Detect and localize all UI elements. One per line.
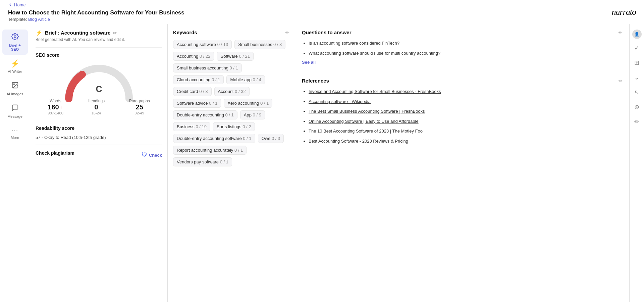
sidebar-item-more[interactable]: ··· More xyxy=(2,123,28,143)
reference-item[interactable]: The Best Small Business Accounting Softw… xyxy=(309,108,623,115)
reference-link[interactable]: The 10 Best Accounting Software of 2023 … xyxy=(309,129,424,134)
reference-link[interactable]: Online Accounting Software | Easy to Use… xyxy=(309,119,419,124)
headings-gauge-label: Headings 0 16-24 xyxy=(88,99,105,115)
keyword-tag: Business 0 / 19 xyxy=(173,122,210,131)
questions-header: Questions to answer ✏ xyxy=(302,30,623,35)
keyword-tag: Xero accounting 0 / 1 xyxy=(224,99,272,108)
keywords-list: Accounting software 0 / 13Small business… xyxy=(173,40,289,166)
check-label: Check xyxy=(149,153,162,158)
svg-text:C: C xyxy=(96,84,102,94)
plagiarism-title: Check plagiarism xyxy=(36,150,74,156)
dots-icon: ··· xyxy=(12,127,18,134)
sidebar-item-ai-images[interactable]: AI Images xyxy=(2,78,28,99)
keyword-tag: App 0 / 9 xyxy=(240,110,265,119)
cursor-icon[interactable]: ↖ xyxy=(632,87,641,98)
readability-value: 57 - Okay to Read (10th-12th grade) xyxy=(36,135,162,140)
sidebar-label-message: Message xyxy=(7,114,22,118)
right-edge: 👤 ✓ ⊞ ⌄ ↖ ⊕ ✏ xyxy=(629,24,644,302)
keyword-tag: Accounting 0 / 22 xyxy=(173,52,214,61)
headings-value: 0 xyxy=(88,103,105,111)
words-label: Words xyxy=(48,99,63,103)
reference-link[interactable]: Accounting software - Wikipedia xyxy=(309,99,371,104)
keyword-tag: Owe 0 / 3 xyxy=(258,134,284,143)
keyword-tag: Cloud accounting 0 / 1 xyxy=(173,75,224,84)
keyword-tag: Double-entry accounting 0 / 1 xyxy=(173,110,237,119)
question-item: What accounting software should I use fo… xyxy=(309,50,623,57)
brief-title: Brief : Accounting software xyxy=(45,30,110,36)
checkmark-icon[interactable]: ✓ xyxy=(632,42,641,54)
chevron-down-icon[interactable]: ⌄ xyxy=(632,72,641,83)
keyword-tag: Credit card 0 / 3 xyxy=(173,87,212,96)
lightning-icon: ⚡ xyxy=(10,59,19,68)
reference-link[interactable]: The Best Small Business Accounting Softw… xyxy=(309,109,425,114)
keyword-tag: Double-entry accounting software 0 / 1 xyxy=(173,134,255,143)
sidebar-label-ai-writer: AI Writer xyxy=(8,69,22,73)
brief-edit-icon[interactable]: ✏ xyxy=(113,30,117,36)
readability-section: Readability score 57 - Okay to Read (10t… xyxy=(36,125,162,140)
brief-panel: ⚡ Brief : Accounting software ✏ Brief ge… xyxy=(30,24,168,302)
brief-header: ⚡ Brief : Accounting software ✏ xyxy=(36,30,162,36)
reference-link[interactable]: Invoice and Accounting Software for Smal… xyxy=(309,89,441,94)
sidebar-label-more: More xyxy=(11,136,19,140)
top-header: Home How to Choose the Right Accounting … xyxy=(0,0,644,24)
keyword-tag: Software 0 / 21 xyxy=(217,52,253,61)
words-range: 987-1480 xyxy=(48,111,63,115)
svg-point-0 xyxy=(14,36,16,38)
references-list: Invoice and Accounting Software for Smal… xyxy=(302,88,623,144)
headings-range: 16-24 xyxy=(88,111,105,115)
template-link[interactable]: Blog Article xyxy=(28,17,50,22)
sidebar-item-brief-seo[interactable]: Brief + SEO xyxy=(2,30,28,55)
image-icon xyxy=(11,82,19,91)
brief-lightning-icon: ⚡ xyxy=(36,30,42,36)
check-plagiarism-button[interactable]: 🛡 Check xyxy=(142,152,162,158)
keyword-tag: Sorts listings 0 / 2 xyxy=(213,122,255,131)
keyword-tag: Accounting software 0 / 13 xyxy=(173,40,232,49)
see-all-button[interactable]: See all xyxy=(302,60,623,65)
right-panel: Questions to answer ✏ Is an accounting s… xyxy=(295,24,629,302)
keyword-tag: Vendors pay software 0 / 1 xyxy=(173,157,232,166)
back-home-link[interactable]: Home xyxy=(8,2,184,7)
reference-item[interactable]: Invoice and Accounting Software for Smal… xyxy=(309,88,623,95)
keyword-tag: Mobile app 0 / 4 xyxy=(226,75,265,84)
words-value: 160 ↑ xyxy=(48,103,63,111)
reference-item[interactable]: Best Accounting Software - 2023 Reviews … xyxy=(309,138,623,145)
reference-item[interactable]: The 10 Best Accounting Software of 2023 … xyxy=(309,128,623,135)
references-edit-icon[interactable]: ✏ xyxy=(619,78,623,84)
svg-point-2 xyxy=(13,84,14,85)
plagiarism-section: Check plagiarism 🛡 Check xyxy=(36,150,162,160)
reference-item[interactable]: Accounting software - Wikipedia xyxy=(309,98,623,105)
sidebar-item-message[interactable]: Message xyxy=(2,101,28,122)
questions-edit-icon[interactable]: ✏ xyxy=(619,30,623,35)
left-sidebar: Brief + SEO ⚡ AI Writer AI Images Messag… xyxy=(0,24,30,302)
back-home-label: Home xyxy=(14,2,26,7)
sidebar-label-ai-images: AI Images xyxy=(7,92,23,96)
reference-link[interactable]: Best Accounting Software - 2023 Reviews … xyxy=(309,139,408,144)
words-gauge-label: Words 160 ↑ 987-1480 xyxy=(48,99,63,115)
references-title: References xyxy=(302,78,329,84)
divider-3 xyxy=(36,145,162,145)
keyword-tag: Software advice 0 / 1 xyxy=(173,99,221,108)
gauge-svg: C xyxy=(62,62,136,102)
reference-item[interactable]: Online Accounting Software | Easy to Use… xyxy=(309,118,623,125)
sidebar-item-ai-writer[interactable]: ⚡ AI Writer xyxy=(2,56,28,77)
keywords-panel: Keywords ✏ Accounting software 0 / 13Sma… xyxy=(168,24,295,302)
plus-box-icon[interactable]: ⊕ xyxy=(632,101,641,113)
gauge-labels: Words 160 ↑ 987-1480 Headings 0 16-24 Pa… xyxy=(36,99,162,115)
paragraphs-range: 32-49 xyxy=(129,111,150,115)
brief-subtitle: Brief generated with AI. You can review … xyxy=(36,37,162,42)
questions-title: Questions to answer xyxy=(302,30,352,35)
shield-icon: 🛡 xyxy=(142,152,147,158)
header-left: Home How to Choose the Right Accounting … xyxy=(8,2,184,22)
references-section: References ✏ Invoice and Accounting Soft… xyxy=(302,78,623,144)
references-header: References ✏ xyxy=(302,78,623,84)
question-item: Is an accounting software considered Fin… xyxy=(309,40,623,47)
pen-icon[interactable]: ✏ xyxy=(632,116,641,128)
table-icon[interactable]: ⊞ xyxy=(632,57,641,68)
keywords-edit-icon[interactable]: ✏ xyxy=(285,30,289,35)
seo-section-title: SEO score xyxy=(36,52,162,58)
keyword-tag: Small business accounting 0 / 1 xyxy=(173,63,242,72)
message-icon xyxy=(11,104,19,113)
page-title: How to Choose the Right Accounting Softw… xyxy=(8,9,184,16)
template-label: Template: Blog Article xyxy=(8,17,184,22)
paragraphs-gauge-label: Paragraphs 25 32-49 xyxy=(129,99,150,115)
